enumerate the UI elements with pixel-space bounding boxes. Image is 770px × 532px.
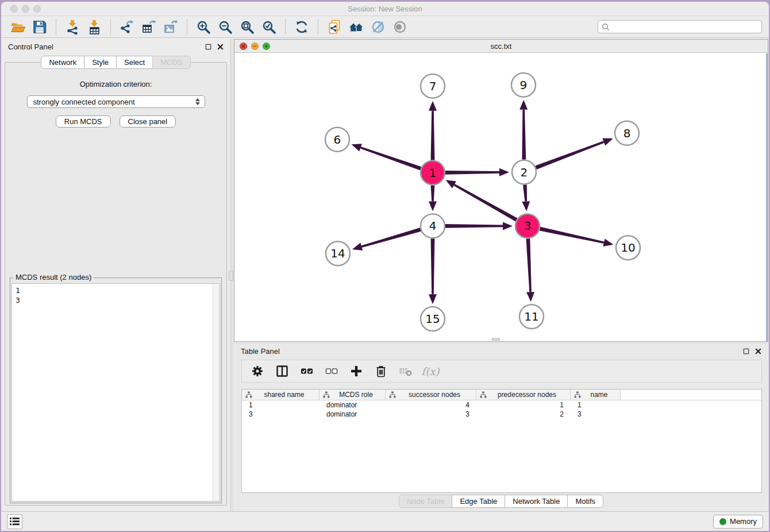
column-header-name[interactable]: name bbox=[571, 390, 621, 400]
node-label-7: 7 bbox=[429, 79, 437, 93]
network-vertical-scrollbar[interactable] bbox=[766, 53, 768, 341]
save-session-icon[interactable] bbox=[31, 18, 48, 36]
search-input[interactable] bbox=[610, 22, 761, 31]
deselect-all-columns-icon[interactable] bbox=[324, 364, 339, 379]
clone-network-icon[interactable] bbox=[326, 18, 343, 36]
optimization-criterion-value: strongly connected component bbox=[33, 98, 135, 106]
network-window-titlebar: scc.txt bbox=[234, 40, 768, 53]
optimization-criterion-label: Optimization criterion: bbox=[5, 80, 226, 88]
close-panel-icon[interactable] bbox=[217, 44, 224, 50]
edge-1-4[interactable] bbox=[431, 186, 435, 202]
result-line: 1 bbox=[16, 286, 216, 295]
export-image-icon[interactable] bbox=[162, 18, 179, 36]
edge-4-3[interactable] bbox=[445, 224, 503, 228]
open-session-icon[interactable] bbox=[9, 18, 26, 36]
edge-arrowhead bbox=[519, 100, 528, 110]
column-header-successor-nodes[interactable]: successor nodes bbox=[386, 390, 476, 400]
edge-4-14[interactable] bbox=[361, 228, 421, 248]
table-row[interactable]: 1dominator411 bbox=[242, 400, 761, 410]
control-panel-tabs: NetworkStyleSelectMCDS bbox=[1, 56, 230, 69]
zoom-in-icon[interactable] bbox=[195, 18, 212, 36]
import-table-icon[interactable] bbox=[86, 18, 103, 36]
edge-1-6[interactable] bbox=[360, 147, 421, 170]
node-label-1: 1 bbox=[429, 166, 437, 180]
table-cell: 1 bbox=[242, 401, 319, 409]
edge-1-2[interactable] bbox=[445, 171, 499, 175]
network-horizontal-scroll-handle[interactable] bbox=[492, 338, 500, 341]
panel-splitter-handle[interactable] bbox=[229, 271, 233, 281]
table-cell: 1 bbox=[571, 401, 621, 409]
table-toolbar: f(x) bbox=[241, 360, 762, 383]
edge-1-7[interactable] bbox=[431, 111, 435, 160]
birds-eye-view-icon[interactable] bbox=[391, 18, 409, 36]
table-tab-node-table[interactable]: Node Table bbox=[399, 495, 453, 508]
tab-style[interactable]: Style bbox=[84, 56, 117, 69]
tab-mcds[interactable]: MCDS bbox=[152, 56, 190, 69]
table-tab-motifs[interactable]: Motifs bbox=[567, 495, 603, 508]
network-graph: 7968124314101511 bbox=[234, 53, 768, 341]
node-label-15: 15 bbox=[425, 312, 440, 326]
tab-network[interactable]: Network bbox=[41, 56, 84, 69]
edge-2-9[interactable] bbox=[522, 110, 526, 160]
float-panel-icon[interactable] bbox=[205, 44, 211, 50]
delete-column-icon[interactable] bbox=[374, 364, 388, 379]
zoom-out-icon[interactable] bbox=[217, 18, 234, 36]
edge-3-10[interactable] bbox=[540, 227, 605, 244]
column-header-predecessor-nodes[interactable]: predecessor nodes bbox=[476, 390, 571, 400]
table-settings-icon[interactable] bbox=[250, 364, 265, 379]
edge-arrowhead bbox=[522, 201, 530, 211]
select-all-columns-icon[interactable] bbox=[299, 364, 314, 379]
close-table-panel-icon[interactable] bbox=[755, 348, 761, 354]
result-line: 3 bbox=[16, 295, 216, 305]
zoom-selected-icon[interactable] bbox=[260, 18, 278, 36]
table-tab-network-table[interactable]: Network Table bbox=[505, 495, 568, 508]
edge-4-15[interactable] bbox=[431, 238, 435, 294]
float-table-panel-icon[interactable] bbox=[743, 348, 749, 354]
function-builder-icon[interactable]: f(x) bbox=[423, 364, 438, 379]
column-header-shared-name[interactable]: shared name bbox=[242, 390, 319, 400]
search-box[interactable] bbox=[598, 20, 762, 33]
network-title: scc.txt bbox=[234, 42, 768, 51]
node-label-11: 11 bbox=[524, 310, 538, 323]
delete-table-icon[interactable] bbox=[398, 364, 413, 379]
table-cell: 3 bbox=[386, 410, 476, 418]
table-panel: Table Panel f(x) shared nameMCDS rolesuc… bbox=[234, 344, 768, 511]
node-label-6: 6 bbox=[334, 133, 341, 147]
tab-select[interactable]: Select bbox=[116, 56, 153, 69]
network-canvas[interactable]: 7968124314101511 bbox=[234, 53, 768, 341]
graphics-details-icon[interactable] bbox=[369, 18, 387, 36]
export-table-icon[interactable] bbox=[140, 18, 157, 36]
column-header-MCDS-role[interactable]: MCDS role bbox=[319, 390, 386, 400]
task-history-button[interactable] bbox=[7, 514, 22, 529]
status-bar: Memory bbox=[1, 511, 769, 531]
node-label-2: 2 bbox=[521, 165, 528, 179]
mcds-result-title: MCDS result (2 nodes) bbox=[13, 273, 94, 282]
result-scrollbar[interactable] bbox=[213, 284, 220, 501]
edge-2-3[interactable] bbox=[523, 184, 527, 201]
memory-label: Memory bbox=[730, 517, 757, 526]
home-view-icon[interactable] bbox=[348, 18, 365, 36]
edge-arrowhead bbox=[603, 238, 613, 246]
table-cell: 1 bbox=[476, 401, 571, 409]
mcds-result-list[interactable]: 13 bbox=[11, 283, 220, 502]
export-network-icon[interactable] bbox=[118, 18, 136, 36]
import-network-icon[interactable] bbox=[64, 18, 81, 36]
node-table: shared nameMCDS rolesuccessor nodesprede… bbox=[241, 389, 762, 493]
edge-arrowhead bbox=[499, 168, 509, 176]
optimization-criterion-select[interactable]: strongly connected component bbox=[27, 95, 205, 108]
memory-button[interactable]: Memory bbox=[713, 515, 763, 529]
add-column-icon[interactable] bbox=[349, 364, 364, 379]
mcds-tab-content: Optimization criterion: strongly connect… bbox=[5, 62, 227, 506]
run-mcds-button[interactable]: Run MCDS bbox=[56, 115, 111, 128]
close-panel-button[interactable]: Close panel bbox=[120, 115, 176, 128]
refresh-view-icon[interactable] bbox=[293, 18, 310, 36]
app-window: Session: New Session Control Panel Netwo… bbox=[1, 2, 769, 531]
control-panel: Control Panel NetworkStyleSelectMCDS Opt… bbox=[1, 39, 231, 511]
edge-3-11[interactable] bbox=[526, 238, 532, 292]
split-columns-icon[interactable] bbox=[275, 364, 290, 379]
edge-2-8[interactable] bbox=[535, 141, 604, 169]
table-row[interactable]: 3dominator323 bbox=[242, 410, 761, 419]
edge-3-1[interactable] bbox=[454, 184, 518, 221]
zoom-fit-icon[interactable] bbox=[238, 18, 256, 36]
table-tab-edge-table[interactable]: Edge Table bbox=[452, 495, 505, 508]
